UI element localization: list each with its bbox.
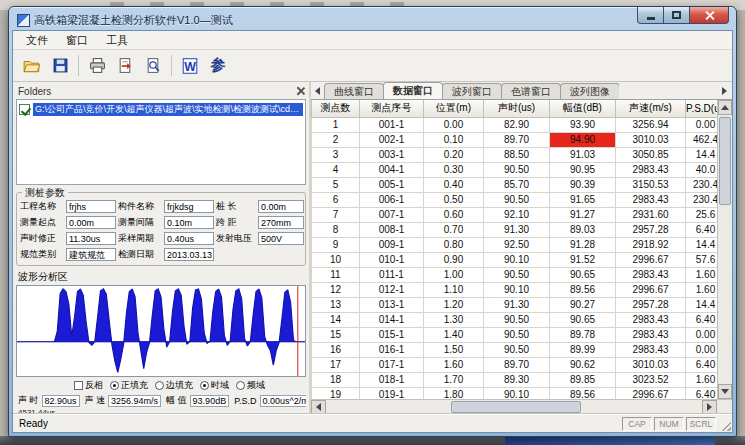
params-grid: 工程名称frjhs构件名称frjkdsg桩 长0.00m测量起点0.00m测量间… [20, 200, 302, 261]
table-row[interactable]: 11011-11.0090.5090.652983.431.60 [312, 267, 726, 282]
readout-label: 幅 值 [166, 394, 187, 407]
table-row[interactable]: 16016-11.5090.5089.992983.430.00 [312, 342, 726, 357]
export-button[interactable] [111, 53, 139, 79]
menu-tools[interactable]: 工具 [97, 31, 137, 50]
tab-scroll-right-button[interactable] [719, 85, 730, 96]
fill-edge-radio[interactable] [155, 381, 164, 390]
waveform-plot[interactable] [16, 285, 306, 377]
table-row[interactable]: 2002-10.1089.7094.903010.03462.4 [312, 132, 726, 147]
tab-2[interactable]: 数据窗口 [383, 82, 443, 99]
fill-edge-control[interactable]: 边填充 [155, 379, 193, 392]
minimize-button[interactable] [637, 7, 664, 24]
param-label: 规范类别 [20, 248, 64, 261]
vertical-scroll-thumb[interactable] [719, 117, 731, 205]
tab-scroll-left-button[interactable] [312, 85, 323, 96]
open-button[interactable] [18, 53, 46, 79]
title-bar[interactable]: 高铁箱梁混凝土检测分析软件V1.0—测试 [12, 10, 733, 30]
param-label: 测量间隔 [118, 216, 162, 229]
tab-4[interactable]: 色谱窗口 [501, 83, 561, 99]
vertical-scrollbar[interactable] [717, 100, 732, 399]
print-button[interactable] [83, 53, 111, 79]
table-row[interactable]: 5005-10.4085.7090.393150.53230.4 [312, 177, 726, 192]
col-header-point-count[interactable]: 测点数 [312, 100, 360, 117]
preview-icon [145, 57, 162, 74]
freq-domain-radio[interactable] [236, 381, 245, 390]
tab-3[interactable]: 波列窗口 [442, 83, 502, 99]
panel-close-icon[interactable] [296, 86, 305, 95]
table-row[interactable]: 6006-10.5090.5091.652983.43230.4 [312, 192, 726, 207]
tree-item[interactable]: G:\公司产品\竞价\开发\超声仪器\超声波\实地检测\检测波测试\cd\p00… [19, 103, 303, 116]
table-row[interactable]: 3003-10.2088.5091.033050.8514.4 [312, 147, 726, 162]
tree-item-checkbox[interactable] [19, 104, 30, 115]
fill-positive-control[interactable]: 正填充 [110, 379, 148, 392]
table-row[interactable]: 19019-11.8090.1089.562996.676.40 [312, 387, 726, 399]
param-field[interactable]: frjkdsg [164, 200, 214, 213]
menu-bar: 文件 窗口 工具 [13, 31, 732, 50]
param-field[interactable]: 0.00m [258, 200, 304, 213]
freq-domain-control[interactable]: 频域 [236, 379, 265, 392]
alert-cell[interactable]: 94.90 [550, 132, 616, 147]
tree-item-label[interactable]: G:\公司产品\竞价\开发\超声仪器\超声波\实地检测\检测波测试\cd\p00… [33, 103, 303, 116]
table-row[interactable]: 1001-10.0082.9093.903256.940.00 [312, 117, 726, 132]
param-label: 桩 长 [216, 200, 256, 213]
table-row[interactable]: 18018-11.7089.3089.853023.521.60 [312, 372, 726, 387]
table-row[interactable]: 17017-11.6089.7090.623010.036.40 [312, 357, 726, 372]
param-field[interactable]: 0.40us [164, 232, 214, 245]
param-field[interactable]: frjhs [66, 200, 116, 213]
scroll-right-button[interactable] [702, 400, 717, 414]
word-export-button[interactable]: W [176, 53, 204, 79]
maximize-button[interactable] [663, 7, 690, 24]
data-table-area: 测点数 测点序号 位置(m) 声时(us) 幅值(dB) 声速(m/s) P.S… [311, 100, 732, 399]
table-row[interactable]: 8008-10.7091.3089.032957.286.40 [312, 222, 726, 237]
table-row[interactable]: 13013-11.2091.3090.272957.2814.4 [312, 297, 726, 312]
fill-positive-radio[interactable] [110, 381, 119, 390]
param-field[interactable]: 11.30us [66, 232, 116, 245]
horizontal-scrollbar[interactable] [311, 399, 732, 414]
param-field[interactable]: 0.00m [66, 216, 116, 229]
col-header-sound-time[interactable]: 声时(us) [484, 100, 550, 117]
time-domain-radio[interactable] [200, 381, 209, 390]
table-row[interactable]: 9009-10.8092.5091.282918.9214.4 [312, 237, 726, 252]
col-header-velocity[interactable]: 声速(m/s) [616, 100, 686, 117]
table-row[interactable]: 10010-10.9090.1091.522996.6757.6 [312, 252, 726, 267]
resize-grip[interactable] [719, 419, 731, 431]
table-row[interactable]: 14014-11.3090.5090.652983.436.40 [312, 312, 726, 327]
table-row[interactable]: 15015-11.4090.5089.782983.430.00 [312, 327, 726, 342]
save-icon [52, 57, 69, 74]
param-field[interactable]: 500V [258, 232, 304, 245]
close-button[interactable] [689, 7, 729, 24]
table-row[interactable]: 12012-11.1090.1089.562996.671.60 [312, 282, 726, 297]
print-icon [89, 57, 106, 74]
menu-file[interactable]: 文件 [17, 31, 57, 50]
scroll-left-button[interactable] [311, 400, 326, 414]
parameters-button[interactable]: 参 [204, 53, 232, 79]
invert-control[interactable]: 反相 [74, 379, 103, 392]
col-header-amplitude[interactable]: 幅值(dB) [550, 100, 616, 117]
time-domain-control[interactable]: 时域 [200, 379, 229, 392]
fill-edge-label: 边填充 [166, 379, 193, 392]
save-button[interactable] [46, 53, 74, 79]
readouts-row: 声 时82.90us声 速3256.94m/s幅 值93.90dBP.S.D0.… [16, 393, 306, 408]
param-field[interactable]: 0.10m [164, 216, 214, 229]
scroll-down-button[interactable] [718, 384, 732, 399]
table-row[interactable]: 7007-10.6092.1091.272931.6025.6 [312, 207, 726, 222]
horizontal-scroll-thumb[interactable] [451, 401, 581, 413]
col-header-position[interactable]: 位置(m) [424, 100, 484, 117]
main-area: Folders G:\公司产品\竞价\开发\超声仪器\超声波\实地检测\检测波测… [13, 82, 732, 414]
param-field[interactable]: 建筑规范 [66, 248, 116, 261]
folders-panel-header: Folders [16, 83, 306, 99]
col-header-point-id[interactable]: 测点序号 [360, 100, 424, 117]
maximize-icon [672, 11, 681, 19]
table-row[interactable]: 4004-10.3090.5090.952983.4340.0 [312, 162, 726, 177]
scroll-up-button[interactable] [718, 100, 732, 115]
caps-lock-indicator: CAP [622, 417, 652, 431]
tab-5[interactable]: 波列图像 [560, 83, 619, 99]
param-field[interactable]: 2013.03.13 [164, 248, 214, 261]
table-header-row: 测点数 测点序号 位置(m) 声时(us) 幅值(dB) 声速(m/s) P.S… [312, 100, 726, 117]
tab-1[interactable]: 曲线窗口 [324, 83, 384, 99]
invert-checkbox[interactable] [74, 381, 83, 390]
preview-button[interactable] [139, 53, 167, 79]
menu-window[interactable]: 窗口 [57, 31, 97, 50]
readout-value: 93.90dB [190, 395, 230, 407]
param-field[interactable]: 270mm [258, 216, 304, 229]
